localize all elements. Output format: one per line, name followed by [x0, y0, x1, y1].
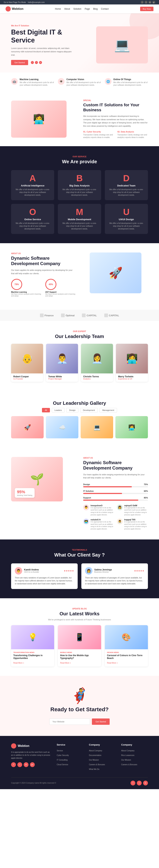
special-tag: SPECIAL: [83, 99, 148, 101]
special-item-1: 02. Data Analysis Transaction Clarity st…: [117, 131, 148, 139]
progress-label-1: IT Solution 60%: [83, 490, 148, 492]
footer-link-2-1[interactable]: Rico Leasences: [121, 754, 134, 756]
footer-link-0-3[interactable]: Cloud Service: [57, 764, 68, 766]
hero-social-f-icon[interactable]: f: [31, 61, 34, 64]
footer-social-in-icon[interactable]: in: [24, 762, 29, 767]
about2-member-info-1: nqirqsO DdW It is appropriate to do as t…: [124, 504, 148, 516]
nav-home[interactable]: Home: [55, 8, 61, 10]
about2-title: Dynamic Software Development Company: [83, 460, 148, 471]
gallery-tab-all[interactable]: All: [42, 408, 50, 412]
footer-link-1-2[interactable]: Our Mission: [89, 759, 99, 761]
cta-website-input[interactable]: [49, 718, 90, 725]
partner-3: CAPITAL: [104, 313, 119, 317]
footer-link-1-3[interactable]: Careers & Bonuses: [89, 764, 105, 766]
footer-bottom-social-f-icon[interactable]: f: [130, 781, 135, 785]
service-card-5: U UX/UI Design We offer a full developme…: [105, 204, 148, 234]
footer-link-2-0[interactable]: About Company: [121, 750, 134, 752]
service-card-desc-2: We offer a full development cycle • a on…: [109, 188, 144, 196]
about2-member-name-0: IrmopshveO: [91, 504, 114, 507]
logo-text: Webtion: [12, 7, 24, 10]
service-letter-2: D: [109, 174, 144, 183]
blog-desc: We've privileged to work with hundreds o…: [11, 619, 148, 621]
hero-social-in-icon[interactable]: in: [39, 61, 42, 64]
partner-icon-3: [104, 313, 108, 317]
about-title: Dynamic Software Development Company: [11, 256, 76, 267]
feature-icon-2: 🌐: [105, 78, 112, 85]
footer-col-2: Company About Company Rico Leasences Our…: [121, 743, 148, 772]
test-stars-0: ★★★★★: [64, 569, 74, 572]
footer-link-1-0[interactable]: About Company: [89, 750, 102, 752]
test-text-0: There are many variations of passages of…: [15, 577, 74, 585]
nav-contact[interactable]: Contact: [101, 8, 109, 10]
top-bar-right: f t in g+: [141, 1, 155, 4]
hero-social: f t in: [31, 61, 42, 64]
gallery-tab-development[interactable]: Development: [80, 408, 98, 412]
footer-bottom-social: f t in: [130, 781, 148, 785]
hero-cta-button[interactable]: Get Started: [11, 60, 28, 65]
footer-social-f-icon[interactable]: f: [11, 762, 16, 767]
social-twitter-icon[interactable]: t: [145, 1, 148, 4]
footer-link-2-3[interactable]: Careers & Bonuses: [121, 764, 137, 766]
nav-logo: Webtion: [5, 6, 24, 11]
footer-copyright: Copyright © 2024 Company name All rights…: [11, 782, 56, 784]
gallery-tab-leaders[interactable]: Leaders: [52, 408, 65, 412]
test-info-0: Kamili Andres CEO & co-founder: [24, 568, 39, 573]
cta-submit-button[interactable]: Get Started: [92, 718, 110, 725]
feature-title-0: Machine Learning: [19, 78, 54, 81]
partner-name-1: Optimal: [66, 314, 75, 317]
social-facebook-icon[interactable]: f: [141, 1, 144, 4]
nav-blog[interactable]: Blog: [93, 8, 97, 10]
gallery-tab-design[interactable]: Design: [66, 408, 78, 412]
footer-bottom-social-in-icon[interactable]: in: [143, 781, 148, 785]
social-linkedin-icon[interactable]: in: [149, 1, 151, 4]
about2-desc: Our team applies its wide-ranging experi…: [83, 473, 148, 479]
testimonials-title: What Our Client Say ?: [11, 552, 148, 558]
service-card-desc-3: We offer a full development cycle • a on…: [15, 222, 50, 230]
hero-social-t-icon[interactable]: t: [35, 61, 38, 64]
hero-section: We Are IT Solution Best Digital IT & Ser…: [0, 13, 159, 72]
gallery-tab-management[interactable]: Management: [100, 408, 117, 412]
stat-item-1: 40% 24/7 Support We have correct analysi…: [45, 279, 76, 297]
about-tag: ABOUT US: [11, 252, 76, 254]
about-stats: 79% Machine Learning We have correct ana…: [11, 279, 76, 297]
blog-read-more-2[interactable]: Read More »: [107, 662, 118, 664]
footer-link-1-4[interactable]: What We Do: [89, 768, 100, 770]
footer-social-g-icon[interactable]: g+: [30, 762, 35, 767]
footer-link-0-0[interactable]: Service: [57, 750, 63, 752]
nav-page[interactable]: Page: [85, 8, 90, 10]
team-photo-2: 👩‍💼: [81, 344, 113, 373]
footer-grid: Webtion It is appropriate to do as the w…: [11, 743, 148, 772]
footer-link-0-2[interactable]: IT Consulting: [57, 759, 68, 761]
nav-solution[interactable]: Solution: [73, 8, 81, 10]
feature-content-0: Machine Learning We offer a full develop…: [19, 78, 54, 87]
navbar: Webtion Home About Solution Page Blog Co…: [0, 4, 159, 13]
top-bar-phone[interactable]: Go to Next Page Pro Mode: [4, 1, 26, 3]
progress-fill-2: [83, 500, 138, 501]
top-bar-email[interactable]: hello@example.com: [28, 1, 45, 3]
blog-read-more-1[interactable]: Read More »: [60, 662, 71, 664]
about2-member-name-3: IrqqpqI TlIS: [124, 519, 148, 521]
gallery-item-1: ☁️: [46, 416, 78, 438]
blog-read-more-0[interactable]: Read More »: [13, 662, 24, 664]
footer-bottom: Copyright © 2024 Company name All rights…: [11, 777, 148, 785]
nav-about[interactable]: About: [64, 8, 70, 10]
blog-post-title-0: Transforming Challenges in Opportunities: [13, 654, 52, 660]
service-letter-5: U: [109, 208, 144, 216]
top-bar-left: Go to Next Page Pro Mode hello@example.c…: [4, 1, 46, 3]
social-google-icon[interactable]: g+: [152, 1, 155, 4]
footer-links-1: About Company Documentation Our Mission …: [89, 749, 116, 771]
footer-social-t-icon[interactable]: t: [17, 762, 22, 767]
special-desc: We incorporate our dynamic software deve…: [83, 115, 148, 128]
footer-link-2-2[interactable]: Our Mission: [121, 759, 131, 761]
gallery-tabs: All Leaders Design Development Managemen…: [11, 408, 148, 412]
footer-link-1-1[interactable]: Documentation: [89, 754, 101, 756]
blog-post-title-1: How to Use the Mobile App Typography?: [60, 654, 99, 660]
stat-circle-0: 79%: [11, 279, 22, 290]
test-avatar-0: 👨: [15, 567, 22, 575]
stat-sublabel-1: We have correct analysis and in learning…: [45, 293, 76, 297]
stat-label-0: Machine Learning: [11, 291, 42, 293]
footer-link-0-1[interactable]: Cyber Security: [57, 754, 69, 756]
about2-member-name-1: nqirqsO DdW: [124, 504, 148, 507]
nav-cta-button[interactable]: Buy Now: [140, 7, 154, 11]
footer-bottom-social-t-icon[interactable]: t: [137, 781, 142, 785]
